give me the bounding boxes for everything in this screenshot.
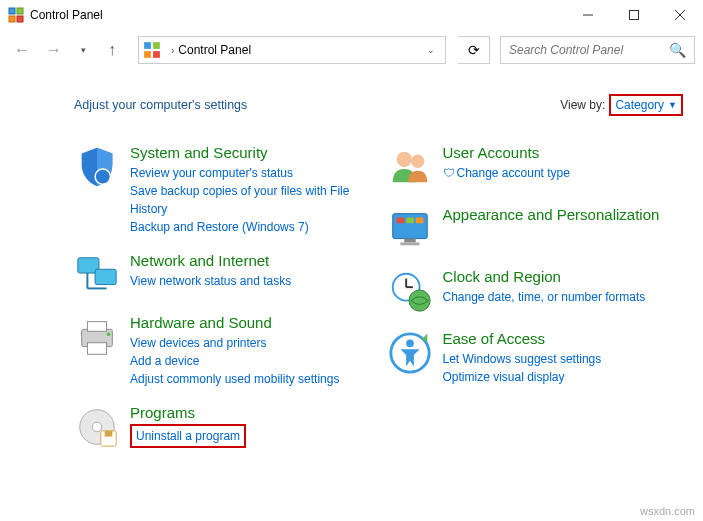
link-devices-printers[interactable]: View devices and printers [130, 334, 371, 352]
content-area: Adjust your computer's settings View by:… [0, 70, 703, 486]
page-title: Adjust your computer's settings [74, 98, 560, 112]
svg-rect-24 [105, 431, 113, 437]
content-header: Adjust your computer's settings View by:… [74, 94, 683, 116]
forward-button[interactable]: → [40, 36, 68, 64]
search-box[interactable]: 🔍 [500, 36, 695, 64]
category-title[interactable]: Hardware and Sound [130, 314, 371, 332]
category-title[interactable]: User Accounts [443, 144, 684, 162]
link-mobility-settings[interactable]: Adjust commonly used mobility settings [130, 370, 371, 388]
link-suggest-settings[interactable]: Let Windows suggest settings [443, 350, 684, 368]
svg-point-22 [92, 422, 102, 432]
left-column: System and Security Review your computer… [74, 144, 371, 466]
category-clock-region: Clock and Region Change date, time, or n… [387, 268, 684, 314]
svg-rect-18 [87, 322, 106, 332]
breadcrumb-text[interactable]: Control Panel [178, 43, 421, 57]
category-hardware-sound: Hardware and Sound View devices and prin… [74, 314, 371, 388]
nav-toolbar: ← → ▾ ↑ › Control Panel ⌄ ⟳ 🔍 [0, 30, 703, 70]
view-by-value-text: Category [615, 98, 664, 112]
svg-rect-19 [87, 343, 106, 355]
svg-rect-32 [400, 242, 419, 245]
svg-rect-27 [392, 214, 427, 239]
minimize-button[interactable] [565, 0, 611, 30]
category-title[interactable]: Ease of Access [443, 330, 684, 348]
chevron-down-icon: ▼ [668, 100, 677, 110]
svg-rect-14 [95, 269, 116, 284]
titlebar: Control Panel [0, 0, 703, 30]
address-bar[interactable]: › Control Panel ⌄ [138, 36, 446, 64]
svg-point-38 [406, 340, 414, 348]
category-programs: Programs Uninstall a program [74, 404, 371, 450]
svg-rect-0 [9, 8, 15, 14]
right-column: User Accounts 🛡Change account type Appea… [387, 144, 684, 466]
clock-globe-icon[interactable] [387, 268, 433, 314]
svg-rect-29 [406, 218, 414, 224]
link-change-date-formats[interactable]: Change date, time, or number formats [443, 288, 684, 306]
view-by-dropdown[interactable]: Category ▼ [609, 94, 683, 116]
svg-rect-3 [17, 16, 23, 22]
category-network-internet: Network and Internet View network status… [74, 252, 371, 298]
monitor-icon[interactable] [387, 206, 433, 252]
maximize-button[interactable] [611, 0, 657, 30]
svg-rect-5 [630, 11, 639, 20]
window-controls [565, 0, 703, 30]
svg-rect-11 [153, 51, 160, 58]
category-title[interactable]: Network and Internet [130, 252, 371, 270]
svg-point-26 [410, 155, 423, 168]
users-icon[interactable] [387, 144, 433, 190]
refresh-button[interactable]: ⟳ [458, 36, 490, 64]
svg-rect-1 [17, 8, 23, 14]
link-network-status[interactable]: View network status and tasks [130, 272, 371, 290]
printer-icon[interactable] [74, 314, 120, 360]
control-panel-breadcrumb-icon [143, 41, 161, 59]
network-icon[interactable] [74, 252, 120, 298]
breadcrumb-separator-icon[interactable]: › [171, 45, 174, 56]
svg-rect-9 [153, 42, 160, 49]
link-review-status[interactable]: Review your computer's status [130, 164, 371, 182]
svg-point-20 [107, 332, 111, 336]
control-panel-titlebar-icon [8, 7, 24, 23]
history-dropdown[interactable]: ▾ [72, 36, 94, 64]
link-change-account-type[interactable]: 🛡Change account type [443, 164, 684, 182]
link-file-history[interactable]: Save backup copies of your files with Fi… [130, 182, 371, 218]
svg-point-12 [95, 169, 110, 184]
close-button[interactable] [657, 0, 703, 30]
view-by-label: View by: [560, 98, 605, 112]
link-optimize-display[interactable]: Optimize visual display [443, 368, 684, 386]
svg-rect-8 [144, 42, 151, 49]
svg-rect-30 [415, 218, 423, 224]
link-uninstall-program[interactable]: Uninstall a program [130, 424, 246, 448]
window-title: Control Panel [30, 8, 565, 22]
shield-icon[interactable] [74, 144, 120, 190]
link-add-device[interactable]: Add a device [130, 352, 371, 370]
search-icon[interactable]: 🔍 [669, 42, 686, 58]
category-title[interactable]: Appearance and Personalization [443, 206, 684, 224]
ease-of-access-icon[interactable] [387, 330, 433, 376]
category-title[interactable]: Programs [130, 404, 371, 422]
up-button[interactable]: ↑ [98, 36, 126, 64]
category-ease-of-access: Ease of Access Let Windows suggest setti… [387, 330, 684, 386]
category-user-accounts: User Accounts 🛡Change account type [387, 144, 684, 190]
svg-point-36 [409, 290, 430, 311]
svg-point-25 [396, 152, 411, 167]
category-appearance: Appearance and Personalization [387, 206, 684, 252]
svg-rect-10 [144, 51, 151, 58]
search-input[interactable] [509, 43, 669, 57]
svg-rect-31 [404, 239, 416, 243]
back-button[interactable]: ← [8, 36, 36, 64]
address-dropdown-icon[interactable]: ⌄ [421, 45, 441, 55]
category-title[interactable]: System and Security [130, 144, 371, 162]
category-title[interactable]: Clock and Region [443, 268, 684, 286]
account-shield-icon: 🛡 [443, 166, 455, 180]
disc-icon[interactable] [74, 404, 120, 450]
svg-rect-2 [9, 16, 15, 22]
svg-rect-28 [396, 218, 404, 224]
watermark: wsxdn.com [640, 505, 695, 517]
category-system-security: System and Security Review your computer… [74, 144, 371, 236]
category-columns: System and Security Review your computer… [74, 144, 683, 466]
link-backup-restore[interactable]: Backup and Restore (Windows 7) [130, 218, 371, 236]
